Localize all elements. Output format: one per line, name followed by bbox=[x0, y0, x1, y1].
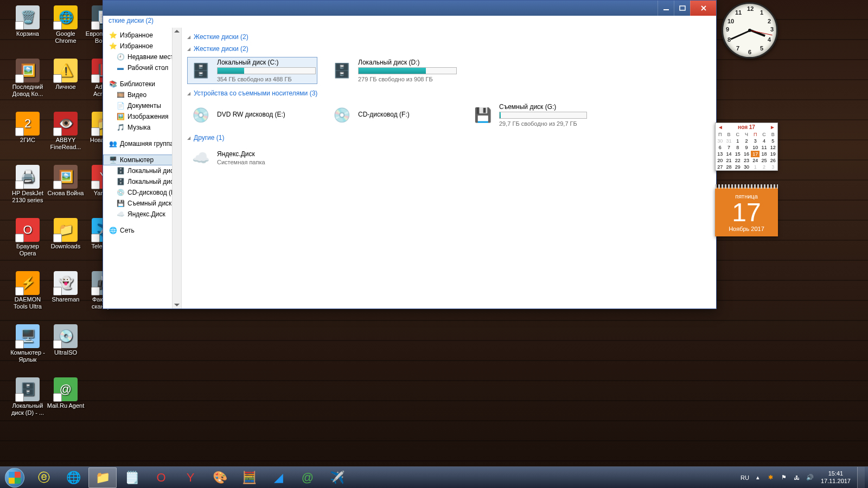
clock-gadget[interactable]: 12 3 6 9 1 2 4 5 7 8 10 11 bbox=[722, 2, 778, 59]
nav-favorites-2[interactable]: ⭐Избранное bbox=[103, 41, 181, 52]
taskbar-app1[interactable]: ◢ bbox=[264, 467, 292, 488]
drive-yandex[interactable]: ☁️ Яндекс.Диск Системная папка bbox=[187, 146, 317, 170]
cal-day[interactable]: 3 bbox=[751, 138, 760, 144]
nav-removable-disk[interactable]: 💾Съемный диск (G bbox=[103, 198, 181, 209]
desktop-icon[interactable]: 👻Shareman bbox=[47, 271, 85, 303]
calendar-gadget[interactable]: ◄ноя 17► ПВСЧПСВ303112345678910111213141… bbox=[715, 123, 778, 171]
cal-day[interactable]: 29 bbox=[733, 164, 742, 170]
cal-day[interactable]: 7 bbox=[724, 144, 733, 151]
nav-cd-drive[interactable]: 💿CD-дисковод (F:) bbox=[103, 187, 181, 198]
cal-day[interactable]: 24 bbox=[751, 157, 760, 164]
cal-day[interactable]: 9 bbox=[742, 144, 751, 151]
cal-day[interactable]: 14 bbox=[724, 151, 733, 157]
section-hdd[interactable]: Жесткие диски (2) bbox=[187, 45, 711, 53]
cal-day[interactable]: 16 bbox=[742, 151, 751, 157]
taskbar-mailru[interactable]: @ bbox=[293, 467, 322, 488]
desktop-icon[interactable]: 22ГИС bbox=[9, 112, 47, 144]
taskbar-ie[interactable]: ⓔ bbox=[30, 467, 58, 488]
cal-day[interactable]: 26 bbox=[769, 157, 777, 164]
minimize-button[interactable] bbox=[658, 1, 674, 16]
nav-yandex-disk[interactable]: ☁️Яндекс.Диск bbox=[103, 209, 181, 220]
section-hdd-dup[interactable]: Жесткие диски (2) bbox=[187, 33, 711, 41]
cal-day[interactable]: 1 bbox=[733, 138, 742, 144]
cal-day[interactable]: 18 bbox=[760, 151, 768, 157]
desktop-icon[interactable]: 💿UltraISO bbox=[47, 324, 85, 356]
cal-day[interactable]: 8 bbox=[733, 144, 742, 151]
desktop-icon[interactable]: @Mail.Ru Agent bbox=[47, 377, 85, 409]
taskbar-telegram[interactable]: ✈️ bbox=[323, 467, 351, 488]
taskbar-notes[interactable]: 🗒️ bbox=[118, 467, 146, 488]
nav-images[interactable]: 🖼️Изображения bbox=[103, 111, 181, 122]
breadcrumb[interactable]: сткие диски (2) bbox=[103, 16, 716, 28]
nav-music[interactable]: 🎵Музыка bbox=[103, 122, 181, 133]
cal-day[interactable]: 30 bbox=[716, 138, 724, 144]
desktop-icon[interactable]: 🗄️Локальный диск (D) - ... bbox=[9, 377, 47, 416]
cal-day[interactable]: 28 bbox=[724, 164, 733, 170]
taskbar-chrome[interactable]: 🌐 bbox=[59, 467, 87, 488]
desktop-icon[interactable]: 👁️ABBYY FineRead... bbox=[47, 112, 85, 151]
cal-day[interactable]: 12 bbox=[769, 144, 777, 151]
drive-cd[interactable]: 💿 CD-дисковод (F:) bbox=[328, 101, 458, 129]
cal-day[interactable]: 3 bbox=[769, 164, 777, 170]
cal-day[interactable]: 31 bbox=[724, 138, 733, 144]
nav-docs[interactable]: 📄Документы bbox=[103, 100, 181, 111]
cal-day[interactable]: 13 bbox=[716, 151, 724, 157]
tray-clock[interactable]: 15:41 17.11.2017 bbox=[819, 470, 853, 484]
cal-day[interactable]: 2 bbox=[760, 164, 768, 170]
cal-day[interactable]: 11 bbox=[760, 144, 768, 151]
drive-d[interactable]: 🗄️ Локальный диск (D:) 279 ГБ свободно и… bbox=[328, 57, 458, 84]
desktop-icon[interactable]: 🌐Google Chrome bbox=[47, 5, 85, 44]
cal-day[interactable]: 10 bbox=[751, 144, 760, 151]
nav-libraries[interactable]: 📚Библиотеки bbox=[103, 79, 181, 89]
drive-c[interactable]: 🗄️ Локальный диск (C:) 354 ГБ свободно и… bbox=[187, 57, 317, 84]
taskbar-yandex[interactable]: Y bbox=[176, 467, 205, 488]
desktop-icon[interactable]: 🖼️Последний Довод Ко... bbox=[9, 59, 47, 98]
taskbar-explorer[interactable]: 📁 bbox=[88, 467, 117, 488]
taskbar-calc[interactable]: 🧮 bbox=[235, 467, 263, 488]
cal-day[interactable]: 17 bbox=[751, 151, 760, 157]
maximize-button[interactable] bbox=[674, 1, 690, 16]
tray-volume-icon[interactable]: 🔊 bbox=[806, 473, 814, 482]
nav-desktop[interactable]: ▬Рабочий стол bbox=[103, 62, 181, 73]
cal-day[interactable]: 6 bbox=[716, 144, 724, 151]
close-button[interactable] bbox=[690, 1, 716, 16]
desktop-icon[interactable]: OБраузер Opera bbox=[9, 218, 47, 257]
drive-dvd[interactable]: 💿 DVD RW дисковод (E:) bbox=[187, 101, 317, 129]
cal-day[interactable]: 19 bbox=[769, 151, 777, 157]
tray-chevron-icon[interactable]: ▴ bbox=[754, 473, 762, 482]
desktop-icon[interactable]: 📁Downloads bbox=[47, 218, 85, 250]
nav-local-disk-d[interactable]: 🗄️Локальный диск bbox=[103, 176, 181, 187]
cal-day[interactable]: 1 bbox=[751, 164, 760, 170]
taskbar-opera[interactable]: O bbox=[147, 467, 175, 488]
cal-prev[interactable]: ◄ bbox=[718, 124, 723, 130]
show-desktop-button[interactable] bbox=[857, 467, 865, 489]
titlebar[interactable] bbox=[103, 1, 716, 16]
drive-g[interactable]: 💾 Съемный диск (G:) 29,7 ГБ свободно из … bbox=[469, 101, 589, 129]
cal-day[interactable]: 4 bbox=[760, 138, 768, 144]
tray-network-icon[interactable]: 🖧 bbox=[793, 473, 801, 482]
desktop-icon[interactable]: ⚠️Личное bbox=[47, 59, 85, 91]
nav-computer[interactable]: 🖥️Компьютер bbox=[103, 155, 181, 165]
nav-homegroup[interactable]: 👥Домашняя группа bbox=[103, 138, 181, 149]
cal-next[interactable]: ► bbox=[770, 124, 775, 130]
cal-day[interactable]: 22 bbox=[733, 157, 742, 164]
cal-day[interactable]: 21 bbox=[724, 157, 733, 164]
tray-flag-icon[interactable]: ⚑ bbox=[780, 473, 788, 482]
tray-lang[interactable]: RU bbox=[741, 474, 749, 481]
cal-day[interactable]: 2 bbox=[742, 138, 751, 144]
nav-scrollbar[interactable] bbox=[172, 28, 181, 309]
desktop-icon[interactable]: 🖼️Снова Война bbox=[47, 165, 85, 197]
nav-network[interactable]: 🌐Сеть bbox=[103, 225, 181, 236]
desktop-icon[interactable]: 🖥️Компьютер - Ярлык bbox=[9, 324, 47, 363]
section-other[interactable]: Другие (1) bbox=[187, 134, 711, 142]
cal-day[interactable]: 27 bbox=[716, 164, 724, 170]
section-removable[interactable]: Устройства со съемными носителями (3) bbox=[187, 89, 711, 97]
nav-favorites[interactable]: ⭐Избранное bbox=[103, 30, 181, 41]
tray-avast-icon[interactable]: ✱ bbox=[767, 473, 775, 482]
cal-day[interactable]: 23 bbox=[742, 157, 751, 164]
start-button[interactable] bbox=[0, 467, 29, 489]
desktop-icon[interactable]: ⚡DAEMON Tools Ultra bbox=[9, 271, 47, 310]
nav-video[interactable]: 🎞️Видео bbox=[103, 89, 181, 100]
cal-day[interactable]: 5 bbox=[769, 138, 777, 144]
cal-day[interactable]: 25 bbox=[760, 157, 768, 164]
